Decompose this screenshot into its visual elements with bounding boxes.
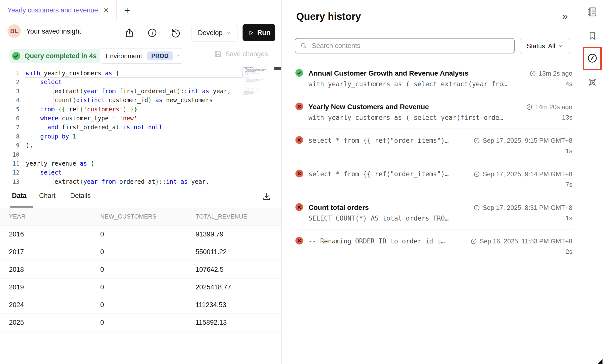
column-header: NEW_CUSTOMERS — [100, 213, 196, 220]
line-number: 9 — [0, 141, 26, 150]
line-number: 10 — [0, 150, 26, 159]
right-icon-rail — [581, 0, 603, 364]
table-cell: 2025418.77 — [196, 283, 290, 291]
error-status-icon — [295, 236, 303, 245]
environment-value-badge: PROD — [147, 51, 172, 60]
tab-details[interactable]: Details — [70, 192, 91, 200]
code-line: 9), — [0, 141, 243, 150]
search-icon — [300, 42, 307, 49]
query-duration: 4s — [566, 80, 572, 88]
explore-panel-button[interactable] — [581, 76, 603, 89]
query-duration: 1s — [566, 214, 572, 222]
tab-yearly-customers-and-revenue[interactable]: Yearly customers and revenue ✕ — [0, 0, 114, 20]
table-row: 20250115892.13 — [0, 314, 281, 331]
app-window: Yearly customers and revenue ✕ + BL Your… — [0, 0, 603, 364]
tab-chart[interactable]: Chart — [39, 192, 55, 200]
plus-icon: + — [124, 5, 130, 16]
table-cell: 2017 — [9, 248, 100, 256]
code-line: 10 — [0, 150, 243, 159]
download-icon — [262, 191, 272, 201]
status-filter-dropdown[interactable]: Status All — [520, 38, 570, 54]
table-cell: 2019 — [9, 283, 100, 291]
chevron-down-icon — [558, 44, 563, 48]
tab-data[interactable]: Data — [12, 192, 27, 200]
table-cell: 0 — [100, 319, 196, 326]
code-line: 8 group by 1 — [0, 132, 243, 141]
develop-dropdown[interactable]: Develop — [192, 24, 238, 42]
code-text: count(distinct customer_id) as new_custo… — [26, 96, 243, 105]
query-sql-preview: SELECT COUNT(*) AS total_orders FRO… — [308, 215, 449, 222]
query-title: select * from {{ ref("order_items")… — [308, 170, 449, 178]
close-icon[interactable]: ✕ — [103, 6, 109, 14]
run-label: Run — [257, 29, 270, 37]
code-text: extract(year from first_ordered_at)::int… — [26, 87, 243, 96]
table-cell: 2016 — [9, 230, 100, 238]
query-title: select * from {{ ref("order_items")… — [308, 137, 449, 144]
query-history-list: Annual Customer Growth and Revenue Analy… — [282, 62, 581, 263]
save-changes-button[interactable]: Save changes — [214, 50, 268, 58]
code-line: 5 from {{ ref('customers') }} — [0, 105, 243, 114]
code-text: group by 1 — [26, 132, 243, 141]
status-row: Query completed in 4s Environment: PROD … — [0, 45, 281, 66]
table-row: 201902025418.77 — [0, 278, 281, 296]
success-status — [295, 69, 303, 78]
search-box[interactable] — [295, 38, 515, 53]
clock-icon — [473, 137, 480, 144]
error-status-icon — [295, 169, 303, 178]
table-cell: 0 — [100, 283, 196, 291]
insight-toolbar: BL Your saved insight Develop Run — [0, 21, 281, 45]
table-cell: 111234.53 — [196, 301, 290, 309]
query-time: 13m 2s ago — [529, 70, 572, 77]
query-history-item[interactable]: Count total ordersSep 17, 2025, 8:31 PM … — [295, 196, 572, 229]
share-button[interactable] — [124, 27, 135, 38]
new-tab-button[interactable]: + — [121, 4, 133, 16]
editor-scrollbar[interactable] — [274, 67, 281, 70]
info-button[interactable] — [147, 27, 158, 38]
sql-editor[interactable]: 1with yearly_customers as (2 select3 ext… — [0, 66, 281, 186]
query-time: Sep 17, 2025, 8:31 PM GMT+8 — [473, 204, 572, 212]
query-history-item[interactable]: select * from {{ ref("order_items")…Sep … — [295, 162, 572, 196]
query-history-item[interactable]: Yearly New Customers and Revenue14m 20s … — [295, 95, 572, 129]
save-icon — [214, 50, 222, 58]
table-cell: 2024 — [9, 301, 100, 309]
environment-selector[interactable]: Environment: PROD — [99, 48, 184, 64]
chevron-down-icon — [176, 53, 179, 59]
code-text: and first_ordered_at is not null — [26, 123, 243, 132]
search-input[interactable] — [311, 42, 509, 50]
bookmarks-panel-button[interactable] — [581, 29, 603, 42]
clock-icon — [473, 171, 480, 178]
chevron-down-icon — [226, 30, 232, 36]
table-cell: 115892.13 — [196, 319, 290, 326]
line-number: 1 — [0, 69, 26, 78]
code-line: 2 select — [0, 78, 243, 87]
column-header: TOTAL_REVENUE — [196, 213, 290, 220]
notebook-panel-button[interactable] — [581, 5, 603, 18]
table-cell: 2018 — [9, 266, 100, 273]
query-history-item[interactable]: select * from {{ ref("order_items")…Sep … — [295, 129, 572, 162]
error-status — [295, 236, 303, 246]
run-button[interactable]: Run — [243, 24, 275, 41]
query-title: Yearly New Customers and Revenue — [308, 103, 429, 111]
query-duration: 1s — [566, 147, 572, 155]
table-header-row: YEARNEW_CUSTOMERSTOTAL_REVENUE — [0, 208, 281, 226]
mouse-cursor — [598, 359, 603, 364]
code-line: 12 select — [0, 168, 243, 177]
query-duration: 13s — [562, 114, 572, 121]
editor-minimap[interactable]: with yearly_customers as ( select extrac… — [243, 67, 272, 177]
error-status-icon — [295, 136, 303, 144]
save-changes-label: Save changes — [225, 50, 268, 58]
query-history-item[interactable]: Annual Customer Growth and Revenue Analy… — [295, 62, 572, 95]
share-icon — [124, 28, 135, 38]
code-line: 4 count(distinct customer_id) as new_cus… — [0, 96, 243, 105]
highlight-annotation-box — [583, 47, 602, 70]
version-history-button[interactable] — [170, 27, 181, 38]
code-text: yearly_revenue as ( — [26, 159, 243, 168]
query-history-item[interactable]: -- Renaming ORDER_ID to order_id i…Sep 1… — [295, 229, 572, 263]
rail-divider — [581, 94, 603, 94]
table-cell: 0 — [100, 230, 196, 238]
code-lines: 1with yearly_customers as (2 select3 ext… — [0, 69, 243, 186]
query-time: Sep 16, 2025, 11:53 PM GMT+8 — [470, 237, 572, 245]
play-icon — [248, 29, 254, 36]
collapse-panel-button[interactable]: » — [562, 10, 568, 22]
download-results-button[interactable] — [259, 189, 274, 204]
